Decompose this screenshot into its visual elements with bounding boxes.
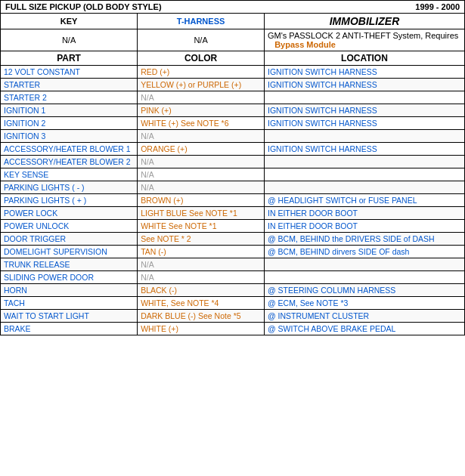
- color-cell: WHITE (+): [138, 323, 265, 335]
- location-cell: IN EITHER DOOR BOOT: [264, 220, 464, 233]
- table-row: HORNBLACK (-)@ STEERING COLUMN HARNESS: [1, 284, 465, 297]
- location-cell: @ BCM, BEHIND dirvers SIDE OF dash: [264, 246, 464, 258]
- location-cell: @ STEERING COLUMN HARNESS: [264, 284, 464, 297]
- part-cell: ACCESSORY/HEATER BLOWER 2: [1, 156, 138, 168]
- part-cell: IGNITION 2: [1, 117, 138, 130]
- color-cell: N/A: [138, 271, 265, 284]
- color-cell: See NOTE * 2: [138, 233, 265, 246]
- immobilizer-label-cell: IMMOBILIZER: [264, 14, 464, 29]
- table-row: STARTER 2N/A: [1, 91, 465, 104]
- part-cell: DOOR TRIGGER: [1, 233, 138, 246]
- part-cell: ACCESSORY/HEATER BLOWER 1: [1, 143, 138, 156]
- location-cell: @ SWITCH ABOVE BRAKE PEDAL: [264, 323, 464, 335]
- part-cell: HORN: [1, 284, 138, 297]
- location-cell: [264, 130, 464, 143]
- color-cell: WHITE, See NOTE *4: [138, 297, 265, 310]
- location-cell: [264, 91, 464, 104]
- tharness-value-cell: N/A: [138, 29, 265, 51]
- banner-left: FULL SIZE PICKUP (OLD BODY STYLE): [5, 2, 162, 11]
- table-row: IGNITION 3N/A: [1, 130, 465, 143]
- table-row: KEY SENSEN/A: [1, 168, 465, 181]
- location-cell: IGNITION SWITCH HARNESS: [264, 143, 464, 156]
- table-row: TRUNK RELEASEN/A: [1, 258, 465, 271]
- part-cell: DOMELIGHT SUPERVISION: [1, 246, 138, 258]
- table-row: DOOR TRIGGERSee NOTE * 2@ BCM, BEHIND th…: [1, 233, 465, 246]
- part-cell: WAIT TO START LIGHT: [1, 310, 138, 323]
- color-cell: N/A: [138, 130, 265, 143]
- location-cell: @ BCM, BEHIND the DRIVERS SIDE of DASH: [264, 233, 464, 246]
- table-row: IGNITION 2WHITE (+) See NOTE *6IGNITION …: [1, 117, 465, 130]
- key-label-cell: KEY: [1, 14, 138, 29]
- color-cell: WHITE (+) See NOTE *6: [138, 117, 265, 130]
- part-cell: 12 VOLT CONSTANT: [1, 66, 138, 79]
- part-cell: POWER UNLOCK: [1, 220, 138, 233]
- table-row: TACHWHITE, See NOTE *4@ ECM, See NOTE *3: [1, 297, 465, 310]
- location-cell: @ HEADLIGHT SWITCH or FUSE PANEL: [264, 194, 464, 207]
- color-cell: DARK BLUE (-) See Note *5: [138, 310, 265, 323]
- color-cell: WHITE See NOTE *1: [138, 220, 265, 233]
- part-cell: SLIDING POWER DOOR: [1, 271, 138, 284]
- part-cell: PARKING LIGHTS ( - ): [1, 181, 138, 194]
- key-tharness-row: KEY T-HARNESS IMMOBILIZER: [1, 14, 465, 29]
- location-cell: @ INSTRUMENT CLUSTER: [264, 310, 464, 323]
- col-color-header: COLOR: [138, 51, 265, 66]
- part-cell: STARTER: [1, 79, 138, 91]
- location-cell: [264, 271, 464, 284]
- part-cell: BRAKE: [1, 323, 138, 335]
- tharness-label-cell: T-HARNESS: [138, 14, 265, 29]
- color-cell: N/A: [138, 91, 265, 104]
- location-cell: IGNITION SWITCH HARNESS: [264, 104, 464, 117]
- table-row: PARKING LIGHTS ( - )N/A: [1, 181, 465, 194]
- table-row: BRAKEWHITE (+)@ SWITCH ABOVE BRAKE PEDAL: [1, 323, 465, 335]
- location-cell: @ ECM, See NOTE *3: [264, 297, 464, 310]
- color-cell: BROWN (+): [138, 194, 265, 207]
- banner-right: 1999 - 2000: [415, 2, 460, 11]
- color-cell: LIGHT BLUE See NOTE *1: [138, 207, 265, 220]
- main-table: KEY T-HARNESS IMMOBILIZER N/A N/A GM's P…: [0, 13, 465, 335]
- top-banner: FULL SIZE PICKUP (OLD BODY STYLE) 1999 -…: [0, 0, 465, 13]
- table-row: SLIDING POWER DOORN/A: [1, 271, 465, 284]
- col-location-header: LOCATION: [264, 51, 464, 66]
- color-cell: YELLOW (+) or PURPLE (+): [138, 79, 265, 91]
- part-cell: TACH: [1, 297, 138, 310]
- table-row: POWER LOCKLIGHT BLUE See NOTE *1IN EITHE…: [1, 207, 465, 220]
- color-cell: N/A: [138, 168, 265, 181]
- color-cell: TAN (-): [138, 246, 265, 258]
- table-row: ACCESSORY/HEATER BLOWER 1ORANGE (+)IGNIT…: [1, 143, 465, 156]
- location-cell: IGNITION SWITCH HARNESS: [264, 66, 464, 79]
- location-cell: [264, 258, 464, 271]
- table-row: STARTERYELLOW (+) or PURPLE (+)IGNITION …: [1, 79, 465, 91]
- part-cell: STARTER 2: [1, 91, 138, 104]
- location-cell: [264, 168, 464, 181]
- part-cell: TRUNK RELEASE: [1, 258, 138, 271]
- color-cell: N/A: [138, 258, 265, 271]
- table-row: WAIT TO START LIGHTDARK BLUE (-) See Not…: [1, 310, 465, 323]
- table-row: 12 VOLT CONSTANTRED (+)IGNITION SWITCH H…: [1, 66, 465, 79]
- color-cell: N/A: [138, 156, 265, 168]
- na-passlock-row: N/A N/A GM's PASSLOCK 2 ANTI-THEFT Syste…: [1, 29, 465, 51]
- table-row: PARKING LIGHTS ( + )BROWN (+)@ HEADLIGHT…: [1, 194, 465, 207]
- color-cell: N/A: [138, 181, 265, 194]
- immobilizer-desc-cell: GM's PASSLOCK 2 ANTI-THEFT System, Requi…: [264, 29, 464, 51]
- part-cell: IGNITION 3: [1, 130, 138, 143]
- part-cell: IGNITION 1: [1, 104, 138, 117]
- part-cell: KEY SENSE: [1, 168, 138, 181]
- column-headers-row: PART COLOR LOCATION: [1, 51, 465, 66]
- location-cell: IGNITION SWITCH HARNESS: [264, 117, 464, 130]
- color-cell: ORANGE (+): [138, 143, 265, 156]
- table-row: ACCESSORY/HEATER BLOWER 2N/A: [1, 156, 465, 168]
- col-part-header: PART: [1, 51, 138, 66]
- color-cell: PINK (+): [138, 104, 265, 117]
- color-cell: RED (+): [138, 66, 265, 79]
- table-row: DOMELIGHT SUPERVISIONTAN (-)@ BCM, BEHIN…: [1, 246, 465, 258]
- location-cell: IN EITHER DOOR BOOT: [264, 207, 464, 220]
- color-cell: BLACK (-): [138, 284, 265, 297]
- table-row: POWER UNLOCKWHITE See NOTE *1IN EITHER D…: [1, 220, 465, 233]
- bypass-label: Bypass Module: [274, 40, 336, 49]
- location-cell: [264, 156, 464, 168]
- key-value-cell: N/A: [1, 29, 138, 51]
- location-cell: IGNITION SWITCH HARNESS: [264, 79, 464, 91]
- location-cell: [264, 181, 464, 194]
- table-row: IGNITION 1PINK (+)IGNITION SWITCH HARNES…: [1, 104, 465, 117]
- part-cell: PARKING LIGHTS ( + ): [1, 194, 138, 207]
